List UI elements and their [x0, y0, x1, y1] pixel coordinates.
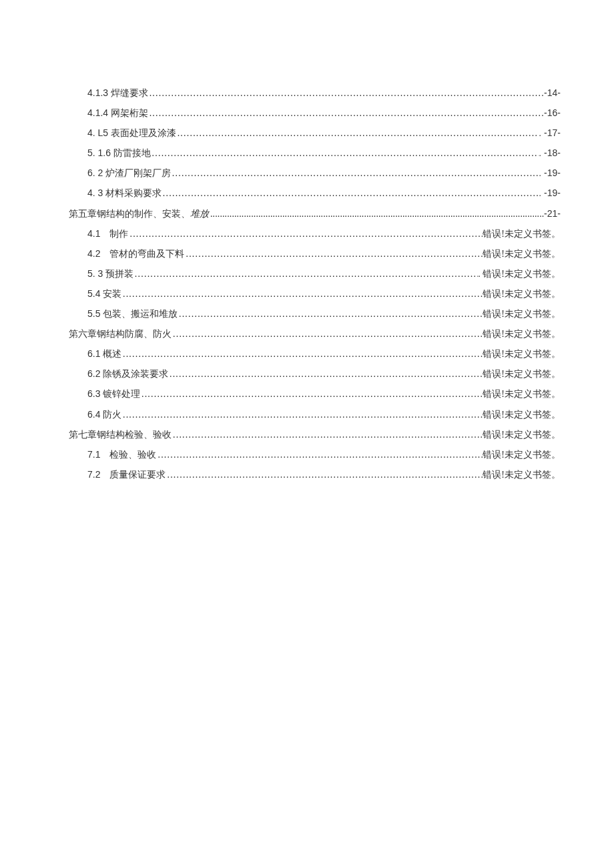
toc-leader: [162, 187, 539, 200]
toc-page: 错误!未定义书签。: [483, 348, 561, 361]
toc-entry: 5.4 安装 错误!未定义书签。: [69, 288, 561, 301]
toc-leader: [121, 348, 483, 361]
toc-leader: [178, 308, 483, 321]
toc-label: 5. 1.6 防雷接地: [87, 147, 151, 160]
toc-leader: [176, 127, 539, 140]
toc-entry: 4. L5 表面处理及涂漆 . -17-: [69, 127, 561, 140]
toc-label: 6. 2 炉渣厂刚架厂房: [87, 167, 171, 180]
toc-entry: 7.1检验、验收 错误!未定义书签。: [69, 448, 561, 462]
toc-entry: 4.1制作 错误!未定义书签。: [69, 228, 561, 241]
toc-label: 6.1 概述: [87, 348, 121, 361]
toc-page: 错误!未定义书签。: [483, 428, 561, 442]
toc-page: . -19-: [539, 167, 561, 180]
toc-leader: [148, 87, 544, 100]
toc-page: . -18-: [539, 147, 561, 160]
toc-label: 6.2 除锈及涂装要求: [87, 368, 168, 381]
toc-leader: [121, 288, 483, 301]
toc-label: 6.4 防火: [87, 408, 121, 422]
toc-label: 5.4 安装: [87, 288, 121, 301]
toc-label: 7.1检验、验收: [87, 448, 156, 462]
toc-leader: [156, 448, 483, 462]
toc-leader: [184, 248, 483, 261]
toc-label: 6.3 镀锌处理: [87, 388, 140, 401]
toc-label: 第七章钢结构检验、验收: [69, 428, 172, 442]
toc-entry: 5.5 包装、搬运和堆放 错误!未定义书签。: [69, 308, 561, 321]
toc-leader: [168, 368, 483, 381]
toc-label: 4.1.4 网架桁架: [87, 107, 148, 120]
toc-label: 4.1.3 焊缝要求: [87, 87, 148, 100]
toc-page: 错误!未定义书签。: [483, 248, 561, 261]
toc-label: 第五章钢结构的制作、安装、堆放: [69, 207, 209, 221]
toc-leader: [140, 388, 483, 401]
toc-entry: 6.1 概述 错误!未定义书签。: [69, 348, 561, 361]
toc-entry: 4.2管材的弯曲及下料 错误!未定义书签。: [69, 248, 561, 261]
document-page: 4.1.3 焊缝要求 -14- 4.1.4 网架桁架 -16- 4. L5 表面…: [0, 0, 614, 868]
toc-page: -14-: [544, 87, 561, 100]
toc-page: -16-: [544, 107, 561, 120]
toc-entry: 6.3 镀锌处理 错误!未定义书签。: [69, 388, 561, 401]
toc-leader: [172, 328, 483, 341]
toc-page: -21-: [544, 207, 561, 221]
toc-page: 错误!未定义书签。: [483, 308, 561, 321]
toc-leader: [148, 107, 544, 120]
toc-page: . -17-: [539, 127, 561, 140]
toc-entry: 4.1.4 网架桁架 -16-: [69, 107, 561, 120]
toc-label: 4.1制作: [87, 228, 128, 241]
toc-page: . 错误!未定义书签。: [478, 268, 561, 281]
toc-entry: 4. 3 材料采购要求 . -19-: [69, 187, 561, 200]
toc-chapter: 第五章钢结构的制作、安装、堆放 -21-: [69, 207, 561, 221]
toc-leader: [133, 268, 478, 281]
toc-chapter: 第七章钢结构检验、验收 错误!未定义书签。: [69, 428, 561, 442]
toc-page: . -19-: [539, 187, 561, 200]
toc-page: 错误!未定义书签。: [483, 388, 561, 401]
toc-page: 错误!未定义书签。: [483, 408, 561, 422]
toc-leader: [121, 408, 483, 422]
toc-page: 错误!未定义书签。: [483, 368, 561, 381]
toc-label: 4. L5 表面处理及涂漆: [87, 127, 176, 140]
toc-leader: [151, 147, 539, 160]
toc-label: 第六章钢结构防腐、防火: [69, 328, 172, 341]
toc-leader: [171, 167, 539, 180]
toc-leader: [128, 228, 483, 241]
toc-entry: 6. 2 炉渣厂刚架厂房 . -19-: [69, 167, 561, 180]
toc-entry: 7.2质量保证要求 错误!未定义书签。: [69, 468, 561, 482]
toc-entry: 4.1.3 焊缝要求 -14-: [69, 87, 561, 100]
toc-page: 错误!未定义书签。: [483, 468, 561, 482]
toc-page: 错误!未定义书签。: [483, 288, 561, 301]
toc-leader: [172, 428, 483, 442]
toc-chapter: 第六章钢结构防腐、防火 错误!未定义书签。: [69, 328, 561, 341]
toc-entry: 6.2 除锈及涂装要求 错误!未定义书签。: [69, 368, 561, 381]
toc-page: 错误!未定义书签。: [483, 328, 561, 341]
toc-label: 5. 3 预拼装: [87, 268, 133, 281]
toc-label: 4.2管材的弯曲及下料: [87, 248, 184, 261]
toc-label: 4. 3 材料采购要求: [87, 187, 162, 200]
toc-entry: 5. 1.6 防雷接地 . -18-: [69, 147, 561, 160]
toc-label: 5.5 包装、搬运和堆放: [87, 308, 178, 321]
toc-label: 7.2质量保证要求: [87, 468, 166, 482]
toc-entry: 6.4 防火 错误!未定义书签。: [69, 408, 561, 422]
toc-entry: 5. 3 预拼装 . 错误!未定义书签。: [69, 268, 561, 281]
toc-page: 错误!未定义书签。: [483, 228, 561, 241]
toc-leader: [209, 207, 544, 221]
toc-leader: [166, 468, 483, 482]
toc-page: 错误!未定义书签。: [483, 448, 561, 462]
